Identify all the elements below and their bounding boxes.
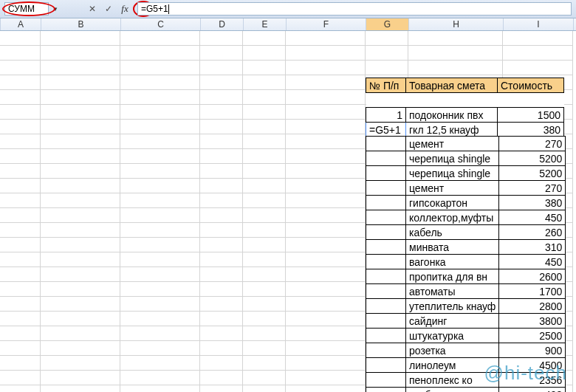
grid-cell[interactable] (120, 356, 200, 371)
grid-cell[interactable] (120, 326, 200, 341)
cell-num[interactable] (366, 196, 406, 210)
grid-cell[interactable] (243, 193, 286, 208)
grid-cell[interactable] (200, 105, 243, 120)
cell-cost[interactable]: 380 (499, 196, 566, 210)
grid-cell[interactable] (200, 341, 243, 356)
cell-cost[interactable]: 450 (499, 210, 566, 225)
grid-cell[interactable] (120, 120, 200, 134)
grid-cell[interactable] (286, 223, 366, 238)
grid-cell[interactable] (200, 223, 243, 238)
cell-name[interactable]: труба (406, 388, 499, 393)
grid-cell[interactable] (243, 31, 286, 46)
cell-name[interactable]: пропитка для вн (406, 269, 499, 284)
grid-cell[interactable] (200, 90, 243, 105)
grid-cell[interactable] (243, 164, 286, 179)
grid-cell[interactable] (0, 208, 41, 223)
grid-cell[interactable] (120, 223, 200, 238)
grid-cell[interactable] (0, 312, 41, 326)
grid-cell[interactable] (286, 134, 366, 149)
grid-cell[interactable] (0, 120, 41, 134)
grid-cell[interactable] (286, 312, 366, 326)
cell-cost[interactable]: 2500 (499, 329, 566, 343)
col-header-I[interactable]: I (504, 18, 574, 30)
th-cost[interactable]: Стоимость (498, 78, 564, 93)
cell-name[interactable]: утеплитель кнауф (406, 299, 499, 314)
formula-input[interactable]: =G5+1 (137, 2, 572, 16)
cell-num[interactable] (366, 240, 406, 255)
grid-cell[interactable] (286, 164, 366, 179)
editing-cell[interactable]: =G5+1 (366, 123, 406, 137)
cell-name[interactable]: сайдинг (406, 314, 499, 329)
grid-cell[interactable] (243, 267, 286, 282)
cell-cost[interactable]: 450 (499, 255, 566, 269)
grid-cell[interactable] (286, 31, 366, 46)
cell-name[interactable]: автоматы (406, 284, 499, 299)
cell-num[interactable] (366, 166, 406, 181)
cell-cost[interactable]: 270 (499, 137, 566, 151)
grid-cell[interactable] (41, 356, 120, 371)
grid-cell[interactable] (243, 312, 286, 326)
cell-cost[interactable]: 380 (498, 123, 564, 137)
grid-cell[interactable] (0, 164, 41, 179)
grid-cell[interactable] (41, 252, 120, 267)
grid-cell[interactable] (120, 179, 200, 193)
cell-cost[interactable]: 2600 (499, 269, 566, 284)
grid-cell[interactable] (243, 371, 286, 385)
grid-cell[interactable] (286, 282, 366, 297)
grid-cell[interactable] (120, 164, 200, 179)
grid-cell[interactable] (243, 326, 286, 341)
grid-cell[interactable] (120, 134, 200, 149)
grid-cell[interactable] (286, 46, 366, 61)
cell-name[interactable]: подоконник пвх (406, 108, 498, 123)
name-box[interactable]: СУММ (4, 2, 49, 16)
grid-cell[interactable] (0, 179, 41, 193)
grid-cell[interactable] (243, 149, 286, 164)
grid-cell[interactable] (41, 105, 120, 120)
cell-num[interactable] (366, 225, 406, 240)
grid-cell[interactable] (41, 31, 120, 46)
grid-cell[interactable] (41, 282, 120, 297)
cell-name[interactable]: цемент (406, 137, 499, 151)
grid-cell[interactable] (286, 193, 366, 208)
grid-cell[interactable] (41, 223, 120, 238)
grid-cell[interactable] (41, 120, 120, 134)
grid-cell[interactable] (243, 75, 286, 90)
grid-cell[interactable] (41, 341, 120, 356)
cell-cost[interactable]: 270 (499, 181, 566, 196)
cell-name[interactable]: розетка (406, 343, 499, 358)
grid-cell[interactable] (200, 385, 243, 392)
grid-cell[interactable] (243, 341, 286, 356)
grid-cell[interactable] (366, 31, 408, 46)
grid-cell[interactable] (243, 356, 286, 371)
grid-cell[interactable] (41, 297, 120, 312)
cell-cost[interactable]: 5200 (499, 166, 566, 181)
cell-cost[interactable]: 5200 (499, 151, 566, 166)
grid-cell[interactable] (0, 282, 41, 297)
grid-cell[interactable] (243, 134, 286, 149)
grid-cell[interactable] (243, 223, 286, 238)
grid-cell[interactable] (41, 385, 120, 392)
cell-num[interactable] (366, 358, 406, 373)
grid-cell[interactable] (0, 238, 41, 252)
grid-cell[interactable] (120, 371, 200, 385)
grid-cell[interactable] (41, 46, 120, 61)
grid-cell[interactable] (120, 90, 200, 105)
grid-cell[interactable] (120, 46, 200, 61)
grid-cell[interactable] (41, 149, 120, 164)
grid-cell[interactable] (41, 193, 120, 208)
col-header-G[interactable]: G (366, 18, 409, 30)
col-header-F[interactable]: F (287, 18, 366, 30)
grid-cell[interactable] (286, 120, 366, 134)
grid-cell[interactable] (200, 238, 243, 252)
grid-cell[interactable] (286, 75, 366, 90)
grid-cell[interactable] (0, 267, 41, 282)
grid-cell[interactable] (0, 252, 41, 267)
grid-cell[interactable] (41, 267, 120, 282)
grid-cell[interactable] (41, 179, 120, 193)
grid-cell[interactable] (200, 75, 243, 90)
grid-cell[interactable] (120, 385, 200, 392)
grid-cell[interactable] (200, 46, 243, 61)
grid-cell[interactable] (41, 134, 120, 149)
grid-cell[interactable] (200, 120, 243, 134)
grid-cell[interactable] (243, 297, 286, 312)
